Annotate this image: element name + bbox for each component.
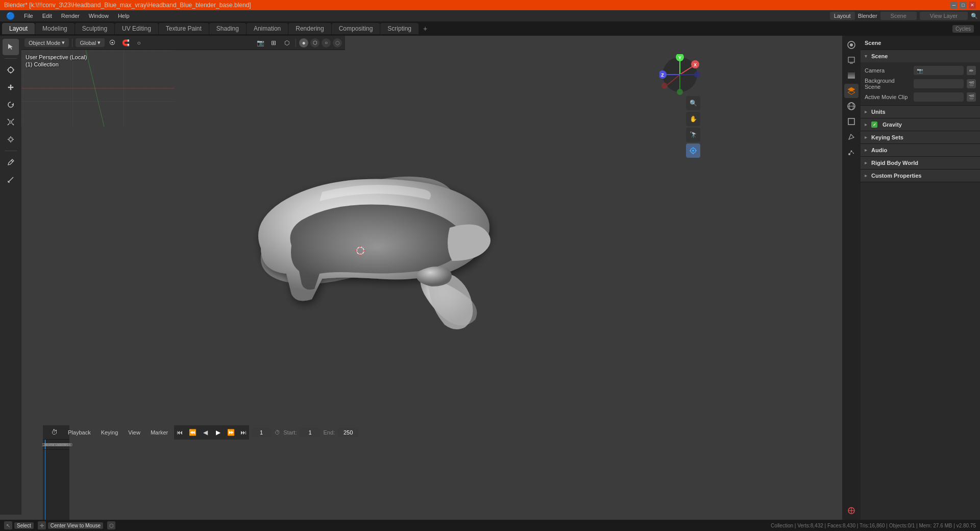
menu-help[interactable]: Help: [114, 12, 134, 20]
camera-btn[interactable]: [686, 143, 700, 158]
back-btn[interactable]: ◀: [200, 427, 211, 438]
viewport-area[interactable]: User Perspective (Local) (1) Collection: [21, 50, 704, 425]
tab-world[interactable]: [844, 99, 859, 113]
bg-scene-prop-icon[interactable]: 🎬: [967, 79, 976, 88]
toolbar-sep-1: [72, 39, 72, 47]
tool-transform[interactable]: [3, 131, 19, 148]
tab-uv-editing[interactable]: UV Editing: [115, 23, 158, 34]
zoom-in-btn[interactable]: 🔍: [686, 96, 700, 110]
rigid-body-props-title: Rigid Body World: [871, 160, 918, 166]
viewport-shading-selector[interactable]: Global ▾: [76, 38, 105, 47]
camera-prop-edit[interactable]: ✏: [967, 66, 976, 75]
material-preview-btn[interactable]: ⬡: [310, 38, 320, 47]
timeline-header-icon[interactable]: ⏱: [47, 427, 62, 437]
tool-select[interactable]: [3, 39, 19, 55]
tab-physics[interactable]: [844, 503, 859, 518]
maximize-button[interactable]: □: [960, 2, 967, 9]
gravity-props-header[interactable]: ▸ ✓ Gravity: [861, 118, 980, 131]
blender-logo[interactable]: 🔵: [2, 11, 19, 21]
tab-shading[interactable]: Shading: [209, 23, 246, 34]
tool-measure[interactable]: [3, 172, 19, 188]
movie-clip-prop-icon[interactable]: 🎬: [967, 92, 976, 102]
keying-sets-props-header[interactable]: ▸ Keying Sets: [861, 131, 980, 143]
scene-search[interactable]: Scene: [880, 12, 917, 20]
engine-selector[interactable]: Cycles: [952, 25, 974, 33]
properties-panel-scroll: Scene ▾ Scene Camera 📷 ✏ Background Scen…: [861, 36, 980, 520]
svg-line-9: [8, 124, 9, 125]
add-workspace-button[interactable]: +: [419, 22, 431, 35]
movie-clip-prop-value[interactable]: [914, 92, 964, 102]
svg-rect-57: [848, 75, 855, 77]
props-panel-header-inner: Scene: [861, 36, 980, 50]
gravity-check[interactable]: ✓: [871, 122, 877, 128]
current-frame-input[interactable]: 1: [251, 428, 272, 437]
xray-btn[interactable]: ⬡: [281, 37, 292, 49]
viewport-nav-buttons: 🔍 ✋ 🔭: [686, 96, 700, 158]
svg-point-47: [692, 150, 694, 152]
view-toolbar: Object Mode ▾ Global ▾ ⦿ 🧲 ○ 📷 ⊞ ⬡ ● ⬡ ○…: [21, 36, 345, 50]
gravity-props-chevron: ▸: [865, 122, 867, 127]
units-props-header[interactable]: ▸ Units: [861, 106, 980, 118]
custom-props-props-header[interactable]: ▸ Custom Properties: [861, 170, 980, 182]
pan-btn[interactable]: ✋: [686, 112, 700, 126]
scene-sub-chevron: ▾: [865, 54, 867, 59]
tab-modeling[interactable]: Modeling: [35, 23, 75, 34]
tab-modifier[interactable]: [844, 130, 859, 144]
tab-particles[interactable]: [844, 145, 859, 159]
start-frame-input[interactable]: 1: [300, 428, 320, 437]
zoom-btn[interactable]: 🔭: [686, 128, 700, 142]
end-frame-input[interactable]: 250: [338, 428, 358, 437]
scene-subsection-header[interactable]: ▾ Scene: [861, 50, 980, 62]
solid-shading-btn[interactable]: ●: [299, 38, 308, 47]
view-gizmo-btn[interactable]: 📷: [255, 37, 266, 49]
forward-btn[interactable]: ⏩: [225, 427, 236, 438]
jump-start-btn[interactable]: ⏮: [174, 427, 185, 438]
rigid-body-props-header[interactable]: ▸ Rigid Body World: [861, 157, 980, 169]
view-layer-dropdown[interactable]: View Layer: [920, 12, 968, 20]
bg-scene-prop-value[interactable]: [914, 79, 964, 88]
timeline-track[interactable]: [43, 450, 69, 520]
tab-output[interactable]: [844, 53, 859, 67]
playback-menu[interactable]: Playback: [64, 428, 95, 437]
tool-move[interactable]: [3, 79, 19, 95]
snap-toggle[interactable]: 🧲: [120, 37, 131, 49]
tool-scale[interactable]: [3, 114, 19, 130]
prev-frame-btn[interactable]: ⏪: [187, 427, 198, 438]
wire-btn[interactable]: ◌: [333, 38, 342, 47]
menu-file[interactable]: File: [20, 12, 37, 20]
tool-annotate[interactable]: [3, 154, 19, 171]
view-menu[interactable]: View: [124, 428, 144, 437]
tab-rendering[interactable]: Rendering: [288, 23, 331, 34]
tab-animation[interactable]: Animation: [247, 23, 288, 34]
title-bar-controls: ─ □ ✕: [950, 2, 976, 9]
pivot-point-btn[interactable]: ⦿: [107, 37, 118, 49]
tab-scene[interactable]: [844, 84, 859, 98]
tool-cursor[interactable]: [3, 62, 19, 78]
tab-layout[interactable]: Layout: [2, 23, 35, 34]
menu-edit[interactable]: Edit: [38, 12, 56, 20]
tab-render[interactable]: [844, 38, 859, 52]
menu-window[interactable]: Window: [85, 12, 113, 20]
play-btn[interactable]: ▶: [212, 427, 224, 438]
object-mode-selector[interactable]: Object Mode ▾: [24, 38, 69, 47]
overlay-btn[interactable]: ⊞: [268, 37, 279, 49]
tab-compositing[interactable]: Compositing: [332, 23, 380, 34]
tab-sculpting[interactable]: Sculpting: [75, 23, 114, 34]
menu-render[interactable]: Render: [57, 12, 84, 20]
viewport-gizmo[interactable]: X Y Z: [659, 54, 700, 95]
close-button[interactable]: ✕: [969, 2, 976, 9]
rendered-btn[interactable]: ○: [322, 38, 331, 47]
jump-end-btn[interactable]: ⏭: [238, 427, 249, 438]
tab-object[interactable]: [844, 114, 859, 129]
tab-scripting[interactable]: Scripting: [380, 23, 419, 34]
camera-prop-icon: 📷: [917, 68, 923, 74]
marker-menu[interactable]: Marker: [146, 428, 172, 437]
minimize-button[interactable]: ─: [950, 2, 958, 9]
tab-view-layer[interactable]: [844, 68, 859, 83]
camera-prop-value[interactable]: 📷: [914, 66, 964, 75]
tool-rotate[interactable]: [3, 96, 19, 113]
audio-props-header[interactable]: ▸ Audio: [861, 144, 980, 156]
proportional-edit[interactable]: ○: [133, 37, 144, 49]
keying-menu[interactable]: Keying: [97, 428, 122, 437]
tab-texture-paint[interactable]: Texture Paint: [159, 23, 209, 34]
